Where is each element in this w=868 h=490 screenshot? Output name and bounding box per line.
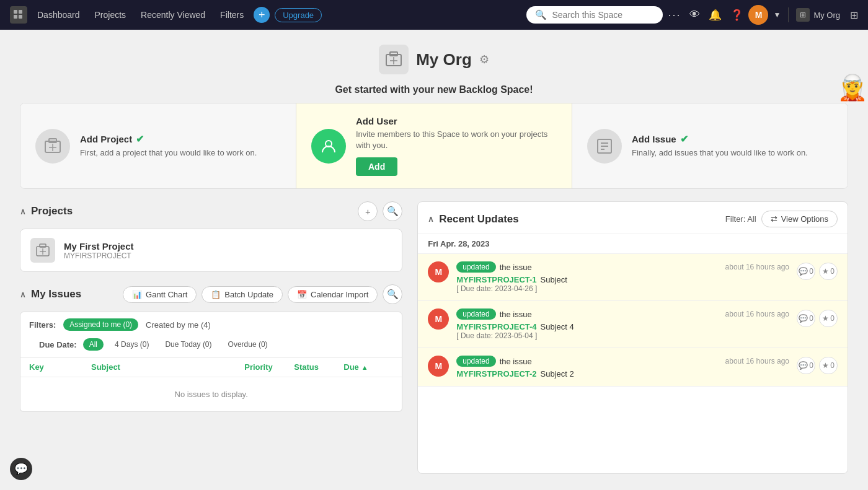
view-icon[interactable]: 👁 <box>689 9 700 21</box>
update-item-3: M updated the issue about 16 hours ago M… <box>418 348 848 387</box>
more-icon[interactable]: ··· <box>668 9 681 22</box>
nav-filters[interactable]: Filters <box>215 7 249 22</box>
projects-actions: + 🔍 <box>358 201 402 221</box>
update-body-2: updated the issue about 16 hours ago MYF… <box>456 308 789 340</box>
nav-divider <box>788 7 789 22</box>
chat-button[interactable]: 💬 <box>10 458 32 480</box>
chevron-down-icon[interactable]: ▼ <box>773 11 781 19</box>
comment-button-3[interactable]: 💬 0 <box>797 357 815 374</box>
step-user-desc: Invite members to this Space to work on … <box>356 129 557 151</box>
help-icon[interactable]: ❓ <box>730 9 743 22</box>
issues-toolbar: 📊 Gantt Chart 📋 Batch Update 📅 Calendar … <box>123 284 402 304</box>
due-date-label: Due Date: <box>39 340 77 349</box>
sort-asc-icon: ▲ <box>361 364 368 371</box>
nav-recently-viewed[interactable]: Recently Viewed <box>136 7 210 22</box>
step-user-content: Add User Invite members to this Space to… <box>356 116 557 176</box>
update-actions-3: 💬 0 ★ 0 <box>797 356 838 378</box>
nav-dashboard[interactable]: Dashboard <box>32 7 85 22</box>
svg-rect-3 <box>19 15 22 19</box>
col-key[interactable]: Key <box>29 362 91 372</box>
assigned-filter-chip[interactable]: Assigned to me (0) <box>63 318 138 331</box>
star-button-1[interactable]: ★ 0 <box>819 263 838 280</box>
org-header: My Org ⚙ <box>0 30 868 84</box>
all-due-chip[interactable]: All <box>83 338 104 351</box>
issues-table: Key Subject Priority Status Due ▲ No iss… <box>20 357 402 412</box>
update-badge-1: updated <box>456 261 495 273</box>
user-avatar[interactable]: M <box>748 5 768 25</box>
projects-collapse-icon[interactable]: ∧ <box>20 207 26 216</box>
update-body-1: updated the issue about 16 hours ago MYF… <box>456 261 789 293</box>
batch-update-button[interactable]: 📋 Batch Update <box>202 286 283 303</box>
update-issue-key-3[interactable]: MYFIRSTPROJECT-2 <box>456 369 536 378</box>
step-project-desc: First, add a project that you would like… <box>80 147 257 159</box>
update-avatar-2: M <box>428 308 449 330</box>
update-issue-key-1[interactable]: MYFIRSTPROJECT-1 <box>456 275 536 284</box>
bell-icon[interactable]: 🔔 <box>709 9 722 22</box>
col-priority[interactable]: Priority <box>244 362 294 372</box>
update-text-2: the issue <box>500 310 532 319</box>
step-issue-check: ✔ <box>680 133 688 145</box>
col-subject[interactable]: Subject <box>91 362 244 372</box>
update-item: M updated the issue about 16 hours ago M… <box>418 254 848 301</box>
update-issue-key-2[interactable]: MYFIRSTPROJECT-4 <box>456 322 536 331</box>
gantt-chart-button[interactable]: 📊 Gantt Chart <box>123 286 197 303</box>
filters-label: Filters: <box>29 320 56 330</box>
update-time-3: about 16 hours ago <box>725 357 789 365</box>
4days-due-chip[interactable]: 4 Days (0) <box>110 338 154 351</box>
update-text-3: the issue <box>500 357 532 366</box>
projects-header: ∧ Projects + 🔍 <box>20 201 402 221</box>
grid-icon[interactable]: ⊞ <box>850 9 858 21</box>
created-filter-chip[interactable]: Created by me (4) <box>146 320 211 330</box>
comment-button-2[interactable]: 💬 0 <box>797 310 815 327</box>
gantt-icon: 📊 <box>132 290 142 299</box>
svg-rect-1 <box>19 10 22 14</box>
org-settings-icon[interactable]: ⚙ <box>479 53 489 66</box>
overdue-chip[interactable]: Overdue (0) <box>223 338 273 351</box>
col-due[interactable]: Due ▲ <box>343 362 393 372</box>
duedate-row: Due Date: All 4 Days (0) Due Today (0) O… <box>39 338 273 351</box>
add-button[interactable]: + <box>254 7 270 23</box>
app-logo[interactable] <box>10 6 27 24</box>
top-navigation: Dashboard Projects Recently Viewed Filte… <box>0 0 868 30</box>
updates-title: ∧ Recent Updates <box>428 213 518 225</box>
star-icon-1: ★ <box>822 267 829 276</box>
step-issue-desc: Finally, add issues that you would like … <box>632 147 808 159</box>
project-info: My First Project MYFIRSTPROJECT <box>64 241 134 260</box>
updates-panel: ∧ Recent Updates Filter: All ⇄ View Opti… <box>417 201 848 474</box>
issues-header: ∧ My Issues 📊 Gantt Chart 📋 Batch Update <box>20 284 402 304</box>
search-issues-button[interactable]: 🔍 <box>383 284 402 304</box>
add-project-button[interactable]: + <box>358 201 378 221</box>
filters-bar: Filters: Assigned to me (0) Created by m… <box>20 312 402 357</box>
comment-button-1[interactable]: 💬 0 <box>797 263 815 280</box>
star-button-2[interactable]: ★ 0 <box>819 310 838 327</box>
org-nav-name: My Org <box>813 11 840 20</box>
content-columns: ∧ Projects + 🔍 <box>0 201 868 474</box>
search-input[interactable] <box>552 10 654 20</box>
update-time-1: about 16 hours ago <box>725 263 789 271</box>
step-project-icon <box>35 129 70 164</box>
col-status[interactable]: Status <box>294 362 343 372</box>
search-bar[interactable]: 🔍 <box>526 6 663 24</box>
calendar-icon: 📅 <box>297 290 307 299</box>
projects-section: ∧ Projects + 🔍 <box>20 201 402 272</box>
step-user-title: Add User <box>356 116 557 126</box>
project-card[interactable]: My First Project MYFIRSTPROJECT <box>20 229 402 272</box>
step-add-project: Add Project ✔ First, add a project that … <box>20 103 296 188</box>
issues-collapse-icon[interactable]: ∧ <box>20 290 26 299</box>
comment-icon-2: 💬 <box>799 314 808 323</box>
nav-icons: ··· 👁 🔔 ❓ <box>668 9 743 22</box>
org-nav-item[interactable]: ⊞ My Org <box>796 8 840 22</box>
updates-collapse-icon[interactable]: ∧ <box>428 214 434 224</box>
chat-icon: 💬 <box>14 462 28 476</box>
nav-projects[interactable]: Projects <box>90 7 131 22</box>
svg-rect-2 <box>14 15 17 19</box>
star-button-3[interactable]: ★ 0 <box>819 357 838 374</box>
update-badge-2: updated <box>456 308 495 320</box>
view-options-button[interactable]: ⇄ View Options <box>761 211 838 227</box>
add-user-button[interactable]: Add <box>356 157 397 176</box>
upgrade-button[interactable]: Upgrade <box>275 8 322 22</box>
today-due-chip[interactable]: Due Today (0) <box>160 338 216 351</box>
update-duedate-2: [ Due date: 2023-05-04 ] <box>456 331 789 340</box>
search-projects-button[interactable]: 🔍 <box>383 201 402 221</box>
calendar-import-button[interactable]: 📅 Calendar Import <box>288 286 378 303</box>
